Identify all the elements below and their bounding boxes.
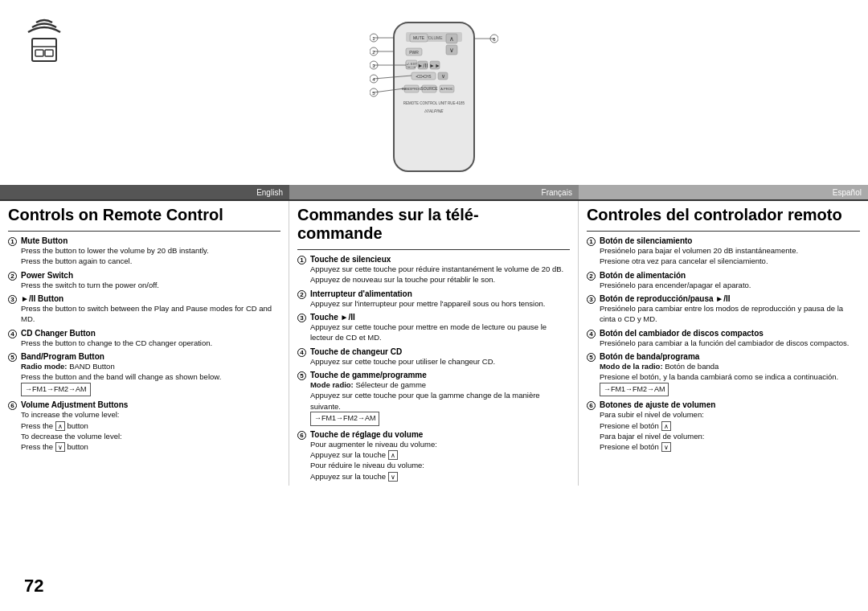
list-item: 1 Mute Button Press the button to lower … xyxy=(8,236,280,267)
list-item: 1 Botón de silenciamiento Presiónelo par… xyxy=(587,236,860,267)
svg-text:►/II: ►/II xyxy=(418,63,428,68)
svg-text:REMOTE CONTROL UNIT RUE-4185: REMOTE CONTROL UNIT RUE-4185 xyxy=(403,101,465,105)
item-desc: Mode radio: Sélecteur de gammeAppuyez su… xyxy=(310,380,540,422)
item-title: Touche de changeur CD xyxy=(310,347,570,356)
list-item: 4 Botón del cambiador de discos compacto… xyxy=(587,329,860,348)
list-item: 2 Interrupteur d'alimentation Appuyez su… xyxy=(297,289,570,309)
svg-text:VOLUME: VOLUME xyxy=(425,35,443,40)
item-title: Botones de ajuste de volumen xyxy=(600,400,860,409)
list-item: 5 Botón de banda/programa Modo de la rad… xyxy=(587,352,860,396)
french-title: Commandes sur la télé-commande xyxy=(297,206,570,243)
french-label: Français xyxy=(542,188,572,197)
item-title: ►/II Button xyxy=(21,294,280,303)
spanish-section: Controles del controlador remoto 1 Botón… xyxy=(579,201,868,486)
list-item: 1 Touche de silencieux Appuyez sur cette… xyxy=(297,255,570,285)
spanish-list: 1 Botón de silenciamiento Presiónelo par… xyxy=(587,236,860,453)
french-section: Commandes sur la télé-commande 1 Touche … xyxy=(289,201,579,486)
english-title: Controls on Remote Control xyxy=(8,206,280,224)
item-desc: Presiónelo para cambiar a la función del… xyxy=(600,338,850,347)
svg-text:∧: ∧ xyxy=(449,35,454,43)
item-title: Botón de silenciamiento xyxy=(600,236,860,245)
item-desc: Appuyez sur cette touche pour réduire in… xyxy=(310,264,563,284)
french-list: 1 Touche de silencieux Appuyez sur cette… xyxy=(297,255,570,482)
item-desc: Press the button to lower the volume by … xyxy=(21,246,209,265)
svg-text:•CD•CHS: •CD•CHS xyxy=(416,75,431,79)
svg-text:5: 5 xyxy=(372,91,375,96)
list-item: 5 Band/Program Button Radio mode: BAND B… xyxy=(8,352,280,396)
item-desc: Presiónelo para cambiar entre los modos … xyxy=(600,304,843,323)
svg-text:MUTE: MUTE xyxy=(413,35,425,40)
svg-text:2: 2 xyxy=(372,50,375,55)
english-label: English xyxy=(256,188,283,197)
item-title: Botón de banda/programa xyxy=(600,352,860,361)
item-title: Botón de alimentación xyxy=(600,271,860,280)
list-item: 6 Volume Adjustment Buttons To increase … xyxy=(8,400,280,452)
svg-text:∨: ∨ xyxy=(449,47,454,54)
signal-icon xyxy=(24,16,64,66)
list-item: 5 Touche de gamme/programme Mode radio: … xyxy=(297,371,570,426)
remote-control-image: VOLUME ∧ ∨ MUTE PWR ◄◄ ►/II ►► +/- EXT xyxy=(370,14,498,183)
english-list: 1 Mute Button Press the button to lower … xyxy=(8,236,280,453)
item-desc: Pour augmenter le niveau du volume:Appuy… xyxy=(310,440,437,481)
item-title: CD Changer Button xyxy=(21,329,280,338)
item-desc: Appuyez sur l'interrupteur pour mettre l… xyxy=(310,299,545,308)
list-item: 3 Botón de reproducción/pausa ►/II Presi… xyxy=(587,294,860,325)
english-bar: English xyxy=(0,185,289,199)
main-content: Controls on Remote Control 1 Mute Button… xyxy=(0,199,868,486)
svg-text:+/- EXT: +/- EXT xyxy=(406,62,417,66)
item-desc: Modo de la radio: Botón de bandaPresione… xyxy=(600,362,838,393)
svg-text:4: 4 xyxy=(372,77,375,82)
item-desc: Para subir el nivel de volumen:Presione … xyxy=(600,410,704,451)
list-item: 6 Touche de réglage du volume Pour augme… xyxy=(297,430,570,482)
english-section: Controls on Remote Control 1 Mute Button… xyxy=(0,201,289,486)
item-desc: Presiónelo para bajar el volumen 20 dB i… xyxy=(600,246,798,265)
item-title: Power Switch xyxy=(21,271,280,280)
svg-text:PWR: PWR xyxy=(409,50,419,55)
item-title: Touche de silencieux xyxy=(310,255,570,264)
item-desc: Press the switch to turn the power on/of… xyxy=(21,281,159,289)
item-title: Botón de reproducción/pausa ►/II xyxy=(600,294,860,303)
svg-text:////ALPINE: ////ALPINE xyxy=(424,109,444,113)
list-item: 3 Touche ►/II Appuyez sur cette touche p… xyxy=(297,313,570,343)
item-title: Botón del cambiador de discos compactos xyxy=(600,329,860,338)
item-desc: Presiónelo para encender/apagar el apara… xyxy=(600,281,751,289)
svg-text:►►: ►► xyxy=(429,63,440,68)
svg-text:BAND/PROG: BAND/PROG xyxy=(402,87,421,91)
svg-text:∨: ∨ xyxy=(441,73,445,79)
svg-text:6: 6 xyxy=(493,37,496,42)
svg-rect-4 xyxy=(394,23,474,171)
item-title: Touche de gamme/programme xyxy=(310,371,570,379)
svg-text:A.PROC: A.PROC xyxy=(440,87,452,91)
item-desc: Appuyez sur cette touche pour mettre en … xyxy=(310,322,547,342)
item-desc: To increase the volume level:Press the ∧… xyxy=(21,410,122,451)
item-title: Interrupteur d'alimentation xyxy=(310,289,570,298)
page-number: 72 xyxy=(24,576,43,597)
svg-rect-2 xyxy=(35,50,43,56)
spanish-title: Controles del controlador remoto xyxy=(587,206,860,224)
spanish-bar: Español xyxy=(579,185,868,199)
item-desc: Press the button to change to the CD cha… xyxy=(21,338,212,347)
item-title: Mute Button xyxy=(21,236,280,245)
item-title: Volume Adjustment Buttons xyxy=(21,400,280,409)
list-item: 6 Botones de ajuste de volumen Para subi… xyxy=(587,400,860,452)
spanish-label: Español xyxy=(833,188,862,197)
list-item: 4 Touche de changeur CD Appuyez sur cett… xyxy=(297,347,570,367)
french-bar: Français xyxy=(289,185,579,199)
item-desc: Radio mode: BAND ButtonPress the button … xyxy=(21,362,221,393)
list-item: 4 CD Changer Button Press the button to … xyxy=(8,329,280,348)
item-desc: Appuyez sur cette touche pour utiliser l… xyxy=(310,357,495,366)
svg-text:3: 3 xyxy=(372,64,375,68)
item-title: Touche de réglage du volume xyxy=(310,430,570,439)
item-desc: Press the button to switch between the P… xyxy=(21,304,272,323)
list-item: 2 Power Switch Press the switch to turn … xyxy=(8,271,280,290)
list-item: 3 ►/II Button Press the button to switch… xyxy=(8,294,280,325)
svg-rect-3 xyxy=(45,50,53,56)
language-headers: English Français Español xyxy=(0,185,868,199)
svg-text:1: 1 xyxy=(372,36,375,41)
item-title: Band/Program Button xyxy=(21,352,280,361)
list-item: 2 Botón de alimentación Presiónelo para … xyxy=(587,271,860,290)
item-title: Touche ►/II xyxy=(310,313,570,322)
remote-area: VOLUME ∧ ∨ MUTE PWR ◄◄ ►/II ►► +/- EXT xyxy=(0,0,868,185)
svg-text:SOURCE: SOURCE xyxy=(420,86,438,91)
